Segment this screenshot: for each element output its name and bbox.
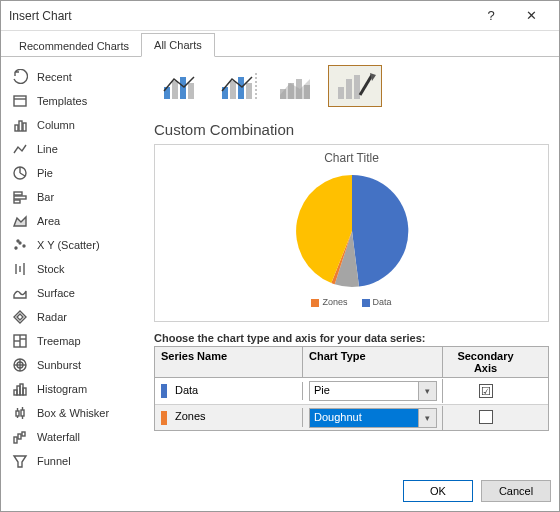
svg-rect-34 <box>21 410 24 416</box>
histogram-icon <box>11 380 29 398</box>
svg-rect-2 <box>15 125 18 131</box>
sidebar-item-histogram[interactable]: Histogram <box>5 377 142 401</box>
svg-rect-58 <box>346 79 352 99</box>
close-button[interactable]: ✕ <box>511 2 551 30</box>
sidebar-item-treemap[interactable]: Treemap <box>5 329 142 353</box>
series-table: Series Name Chart Type Secondary Axis Da… <box>154 346 549 431</box>
chart-type-select-zones[interactable]: Doughnut▾ <box>309 408 437 428</box>
tab-recommended[interactable]: Recommended Charts <box>7 35 141 57</box>
combo-subtype-2[interactable] <box>212 65 266 107</box>
col-chart-type: Chart Type <box>303 347 443 377</box>
sidebar-item-surface[interactable]: Surface <box>5 281 142 305</box>
svg-rect-8 <box>14 200 20 203</box>
series-prompt: Choose the chart type and axis for your … <box>154 332 549 344</box>
combo-subtype-1[interactable] <box>154 65 208 107</box>
sidebar-item-label: Bar <box>37 191 54 203</box>
chart-category-sidebar: Recent Templates Column Line Pie Bar Are… <box>1 57 146 471</box>
svg-rect-37 <box>14 437 17 443</box>
bar-icon <box>11 188 29 206</box>
sidebar-item-waterfall[interactable]: Waterfall <box>5 425 142 449</box>
col-series-name: Series Name <box>155 347 303 377</box>
chart-type-select-data[interactable]: Pie▾ <box>309 381 437 401</box>
svg-rect-30 <box>23 388 26 395</box>
svg-rect-50 <box>246 83 252 99</box>
sidebar-item-pie[interactable]: Pie <box>5 161 142 185</box>
sidebar-item-label: Treemap <box>37 335 81 347</box>
svg-marker-40 <box>14 456 26 467</box>
section-title: Custom Combination <box>154 121 549 138</box>
svg-rect-4 <box>23 123 26 131</box>
sidebar-item-sunburst[interactable]: Sunburst <box>5 353 142 377</box>
help-button[interactable]: ? <box>471 2 511 30</box>
sidebar-item-recent[interactable]: Recent <box>5 65 142 89</box>
sidebar-item-templates[interactable]: Templates <box>5 89 142 113</box>
sidebar-item-label: Recent <box>37 71 72 83</box>
sidebar-item-label: Box & Whisker <box>37 407 109 419</box>
treemap-icon <box>11 332 29 350</box>
sidebar-item-funnel[interactable]: Funnel <box>5 449 142 471</box>
legend-data: Data <box>373 297 392 307</box>
sidebar-item-area[interactable]: Area <box>5 209 142 233</box>
series-table-header: Series Name Chart Type Secondary Axis <box>155 347 548 378</box>
combo-subtype-3[interactable] <box>270 65 324 107</box>
sidebar-item-bar[interactable]: Bar <box>5 185 142 209</box>
svg-rect-31 <box>16 411 19 416</box>
svg-rect-6 <box>14 192 22 195</box>
stock-icon <box>11 260 29 278</box>
secondary-axis-checkbox-zones[interactable] <box>479 410 493 424</box>
funnel-icon <box>11 452 29 470</box>
svg-rect-3 <box>19 121 22 131</box>
sidebar-item-radar[interactable]: Radar <box>5 305 142 329</box>
tab-all-charts[interactable]: All Charts <box>141 33 215 57</box>
sidebar-item-stock[interactable]: Stock <box>5 257 142 281</box>
svg-rect-39 <box>22 432 25 436</box>
secondary-axis-checkbox-data[interactable]: ☑ <box>479 384 493 398</box>
sidebar-item-label: Templates <box>37 95 87 107</box>
sidebar-item-label: Surface <box>37 287 75 299</box>
line-icon <box>11 140 29 158</box>
svg-marker-9 <box>14 217 26 226</box>
insert-chart-dialog: Insert Chart ? ✕ Recommended Charts All … <box>0 0 560 512</box>
sidebar-item-label: Line <box>37 143 58 155</box>
pie-chart-icon <box>287 169 417 293</box>
boxwhisker-icon <box>11 404 29 422</box>
svg-point-13 <box>17 240 19 242</box>
svg-rect-0 <box>14 96 26 106</box>
series-name-label: Data <box>175 384 198 396</box>
sidebar-item-label: Area <box>37 215 60 227</box>
svg-rect-44 <box>172 81 178 99</box>
combo-subtype-row <box>154 65 549 107</box>
sidebar-item-label: Column <box>37 119 75 131</box>
cancel-button[interactable]: Cancel <box>481 480 551 502</box>
area-icon <box>11 212 29 230</box>
preview-legend: Zones Data <box>311 297 391 307</box>
svg-rect-7 <box>14 196 26 199</box>
svg-rect-48 <box>230 81 236 99</box>
series-name-label: Zones <box>175 410 206 422</box>
sidebar-item-boxwhisker[interactable]: Box & Whisker <box>5 401 142 425</box>
svg-marker-17 <box>14 311 26 323</box>
ok-button[interactable]: OK <box>403 480 473 502</box>
preview-title: Chart Title <box>324 151 379 165</box>
svg-rect-46 <box>188 83 194 99</box>
sidebar-item-label: Radar <box>37 311 67 323</box>
recent-icon <box>11 68 29 86</box>
surface-icon <box>11 284 29 302</box>
sidebar-item-line[interactable]: Line <box>5 137 142 161</box>
sidebar-item-label: Pie <box>37 167 53 179</box>
chart-preview: Chart Title Zones Data <box>154 144 549 322</box>
svg-rect-49 <box>238 77 244 99</box>
tab-strip: Recommended Charts All Charts <box>1 31 559 57</box>
chevron-down-icon: ▾ <box>418 382 436 400</box>
content-pane: Custom Combination Chart Title Zones Dat… <box>146 57 559 471</box>
series-swatch <box>161 411 167 425</box>
sidebar-item-scatter[interactable]: X Y (Scatter) <box>5 233 142 257</box>
series-row-data: Data Pie▾ ☑ <box>155 378 548 404</box>
radar-icon <box>11 308 29 326</box>
sidebar-item-column[interactable]: Column <box>5 113 142 137</box>
pie-icon <box>11 164 29 182</box>
series-swatch <box>161 384 167 398</box>
svg-rect-57 <box>338 87 344 99</box>
combo-subtype-custom[interactable] <box>328 65 382 107</box>
dialog-footer: OK Cancel <box>1 471 559 511</box>
